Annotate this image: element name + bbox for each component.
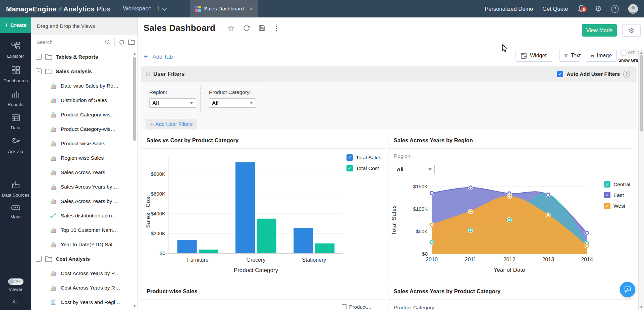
tree-item[interactable]: Product Category-wis…: [31, 122, 138, 136]
tree-item[interactable]: Cost by Years and Regi…: [31, 295, 138, 309]
sidebar-item-ask-zia[interactable]: Ask Zia: [0, 137, 31, 155]
tree-item[interactable]: Sales Across Years by …: [31, 194, 138, 208]
favorite-star-icon[interactable]: ☆: [227, 24, 235, 32]
data-sources-icon: [11, 180, 20, 190]
drag-handle-icon[interactable]: [146, 72, 150, 76]
refresh-icon[interactable]: [243, 24, 250, 32]
legend-entry-west[interactable]: ✓West: [604, 203, 630, 209]
widget-button[interactable]: Widget: [516, 50, 553, 62]
tree-item[interactable]: Product-wise Sales: [31, 136, 138, 151]
brand-manageengine: ManageEngine: [6, 5, 57, 13]
notification-badge: 5: [581, 6, 587, 12]
filter-select[interactable]: All: [149, 98, 196, 108]
area-chart-legend: ✓Central✓East✓West: [604, 181, 630, 209]
create-button[interactable]: + Create: [0, 17, 31, 33]
filter-select[interactable]: All: [209, 98, 256, 108]
tree-item[interactable]: Region-wise Sales: [31, 151, 138, 165]
tree-item-label: Top 10 Customer Nam…: [61, 227, 118, 233]
tree-item[interactable]: Date-wise Sales by Re…: [31, 79, 138, 93]
tree-item[interactable]: Sales distribution acro…: [31, 208, 138, 223]
tree-folder[interactable]: -Cost Analysis: [31, 252, 138, 266]
show-grid-toggle[interactable]: OFF: [620, 49, 638, 56]
data-icon: [11, 114, 20, 123]
folder-icon: [45, 54, 52, 60]
topbar: ManageEngine Analytics Plus Workspace - …: [0, 0, 644, 17]
tree-item[interactable]: Sales Across Years: [31, 165, 138, 179]
sidebar-item-explorer[interactable]: Explorer: [0, 42, 31, 59]
bar-chart-icon: [50, 227, 57, 234]
filter-select-value: All: [212, 100, 219, 106]
legend-checkbox[interactable]: ✓: [346, 154, 353, 161]
tree-item[interactable]: Distribution of Sales: [31, 93, 138, 107]
legend-checkbox[interactable]: ✓: [346, 165, 353, 171]
view-mode-button[interactable]: View Mode: [582, 24, 617, 37]
panel-sales-across-years-by-region: Sales Across Years by Region Region: All…: [388, 132, 633, 280]
sidebar-item-data[interactable]: Data: [0, 114, 31, 131]
region-filter-select[interactable]: All: [394, 165, 435, 174]
notifications-bell-icon[interactable]: 5: [577, 4, 585, 13]
user-filters-title: User Filters: [153, 71, 185, 78]
get-quote-link[interactable]: Get Quote: [542, 6, 568, 12]
scrollbar-thumb[interactable]: [640, 55, 643, 132]
tree-folder-label: Sales Analysis: [56, 68, 92, 74]
avatar[interactable]: [628, 4, 638, 14]
sidebar-item-dashboards[interactable]: Dashboards: [0, 66, 31, 84]
views-scrollbar[interactable]: ▲ ▼: [132, 17, 137, 310]
legend-entry-east[interactable]: ✓East: [604, 192, 630, 198]
tree-folder[interactable]: -Sales Analysis: [31, 64, 138, 79]
tree-item-label: Cost Across Years by P…: [61, 270, 120, 276]
main-scrollbar[interactable]: ▲ ▼: [638, 50, 644, 310]
sidenav-items: ExplorerDashboardsReportsDataAsk ZiaData…: [0, 42, 31, 226]
close-icon[interactable]: ✕: [250, 6, 253, 11]
tree-item[interactable]: Cost Across Years by P…: [31, 266, 138, 280]
text-button[interactable]: T Text: [559, 50, 580, 62]
help-icon[interactable]: ?: [611, 5, 619, 13]
tree-folder[interactable]: +Tables & Reports: [31, 50, 138, 64]
tree-item-label: Product Category-wis…: [61, 126, 116, 132]
bar-chart-icon: [50, 97, 57, 104]
dashboard-settings-button[interactable]: ⚙: [622, 24, 641, 37]
bar-chart-icon: [50, 184, 57, 190]
tree-item[interactable]: Cost Across Years by R…: [31, 280, 138, 295]
tree-item-label: Region-wise Sales: [61, 155, 104, 161]
refresh-views-icon[interactable]: [119, 39, 125, 45]
sidebar-item-reports[interactable]: Reports: [0, 90, 31, 108]
tab-sales-dashboard[interactable]: Sales Dashboard ✕: [190, 0, 258, 17]
tree-item[interactable]: Product Category-wis…: [31, 107, 138, 122]
personalized-demo-link[interactable]: Personalized Demo: [485, 6, 533, 12]
tree-item[interactable]: Sales Across Years by …: [31, 179, 138, 194]
scrollbar-thumb[interactable]: [133, 57, 136, 141]
search-input[interactable]: [31, 39, 103, 45]
image-button[interactable]: Image: [586, 50, 617, 62]
workspace-selector[interactable]: Workspace - 1: [123, 5, 166, 12]
panel-title: Sales Across Years by Product Category: [394, 288, 500, 295]
tree-item[interactable]: Top 10 Customer Nam…: [31, 223, 138, 237]
viewer-toggle[interactable]: OFF: [8, 278, 23, 285]
tree-item-label: Year to Date(YTD) Sal…: [61, 242, 117, 248]
chat-support-button[interactable]: [620, 282, 635, 297]
analytics-plus-app: ManageEngine Analytics Plus Workspace - …: [0, 0, 644, 310]
legend-entry-total-cost[interactable]: ✓Total Cost: [346, 165, 381, 171]
collapse-sidebar-icon[interactable]: ⇐: [12, 297, 18, 306]
search-icon[interactable]: [103, 39, 114, 45]
legend-entry-total-sales[interactable]: ✓Total Sales: [346, 154, 381, 161]
collapse-icon[interactable]: -: [36, 68, 42, 74]
help-icon[interactable]: ?: [623, 71, 630, 78]
sidebar-item-more[interactable]: More: [0, 205, 31, 220]
add-tab-button[interactable]: + Add Tab: [144, 53, 173, 60]
auto-add-user-filters-checkbox[interactable]: ✓: [557, 71, 563, 77]
panel-product-wise-sales: Product-wise Sales Product…: [141, 283, 385, 310]
tree-item[interactable]: Year to Date(YTD) Sal…: [31, 237, 138, 252]
legend-entry-central[interactable]: ✓Central: [604, 181, 630, 188]
add-user-filters-button[interactable]: + Add User Filters: [146, 119, 197, 130]
save-icon[interactable]: [258, 24, 265, 32]
collapse-icon[interactable]: -: [36, 256, 42, 262]
more-options-icon[interactable]: ⋮: [273, 25, 280, 32]
sidebar-item-data-sources[interactable]: Data Sources: [0, 180, 31, 198]
settings-gear-icon[interactable]: ⚙: [595, 5, 602, 13]
legend-checkbox[interactable]: [342, 304, 347, 309]
tree-item-label: Cost Across Years by R…: [61, 285, 120, 291]
expand-icon[interactable]: +: [36, 54, 42, 60]
legend-label: Central: [613, 182, 630, 188]
panel-sales-vs-cost: Sales vs Cost by Product Category ✓Total…: [141, 132, 385, 280]
